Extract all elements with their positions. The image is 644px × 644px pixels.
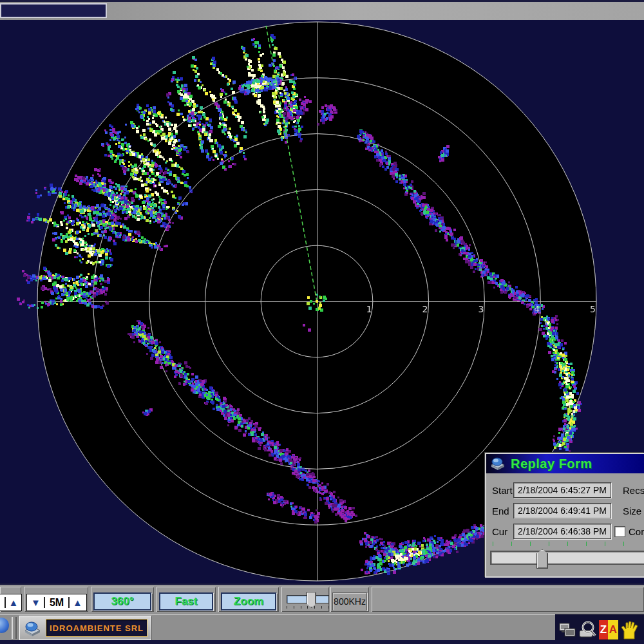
zoom-button[interactable]: Zoom xyxy=(221,592,276,611)
start-row: Start xyxy=(492,482,513,498)
bottom-strip xyxy=(0,640,644,644)
brand-name-box: IDROAMBIENTE SRL xyxy=(46,619,147,637)
sonar-display-area: Replay Form Start 2/18/2004 6:45:27 PM R… xyxy=(0,20,644,583)
frequency-value: 800KHz xyxy=(332,592,367,611)
zonealarm-a: A xyxy=(608,620,618,639)
left-spinner-partial[interactable]: ▲ xyxy=(0,594,22,611)
start-label: Start xyxy=(492,485,513,496)
title-box[interactable] xyxy=(0,3,107,18)
start-time-field[interactable]: 2/18/2004 6:45:27 PM xyxy=(513,482,611,498)
recs-label: Recs xyxy=(623,485,644,496)
end-row: End xyxy=(492,503,509,518)
replay-form-title: Replay Form xyxy=(511,457,592,471)
range-spinner: ▼ 5M ▲ xyxy=(26,594,87,611)
toolbar-panel-360: 360° xyxy=(91,587,154,612)
replay-slider-ticks xyxy=(493,542,642,547)
sector-360-label: 360° xyxy=(111,595,133,608)
toolbar-panel-zoom: Zoom xyxy=(218,587,279,612)
status-bar: IDROAMBIENTE SRL Z A xyxy=(0,614,644,644)
brand-disk-icon xyxy=(23,619,42,637)
zonealarm-icon[interactable]: Z A xyxy=(599,620,618,639)
fast-button[interactable]: Fast xyxy=(159,592,213,611)
toolbar-panel-range: ▼ 5M ▲ xyxy=(24,587,88,612)
brand-panel[interactable]: IDROAMBIENTE SRL xyxy=(19,616,151,640)
cur-label: Cur xyxy=(492,526,507,537)
sonar-application-window: Replay Form Start 2/18/2004 6:45:27 PM R… xyxy=(0,0,644,644)
globe-icon[interactable] xyxy=(0,618,9,633)
divider xyxy=(5,597,6,608)
hand-icon[interactable] xyxy=(620,620,640,640)
title-bar xyxy=(0,0,644,20)
toolbar-panel-freq: 800KHz xyxy=(330,587,369,612)
sector-360-button[interactable]: 360° xyxy=(93,592,151,611)
cor-checkbox-label: Cor xyxy=(629,526,644,537)
up-arrow-icon[interactable]: ▲ xyxy=(9,598,19,607)
cur-time-field[interactable]: 2/18/2004 6:46:38 PM xyxy=(513,524,611,539)
end-label: End xyxy=(492,506,509,516)
toolbar-panel-left: ▲ xyxy=(0,587,21,612)
replay-form-titlebar[interactable]: Replay Form xyxy=(486,454,644,473)
gain-slider-ticks xyxy=(287,606,329,609)
size-label: Size xyxy=(623,506,641,516)
end-time-field[interactable]: 2/18/2004 6:49:41 PM xyxy=(513,503,611,518)
toolbar-panel-fast: Fast xyxy=(156,587,216,612)
cur-row: Cur xyxy=(492,524,507,539)
bottom-toolbar: ▲ ▼ 5M ▲ 360° Fast Zoom xyxy=(0,583,644,614)
replay-form-dialog: Replay Form Start 2/18/2004 6:45:27 PM R… xyxy=(485,453,644,578)
divider xyxy=(68,597,70,608)
up-arrow-icon[interactable]: ▲ xyxy=(73,598,82,607)
network-icon[interactable] xyxy=(558,620,577,639)
down-arrow-icon[interactable]: ▼ xyxy=(31,598,41,607)
replay-form-icon xyxy=(489,456,506,471)
zonealarm-z: Z xyxy=(599,620,608,639)
magnifier-icon[interactable] xyxy=(578,620,598,639)
replay-slider-thumb[interactable] xyxy=(536,549,548,569)
zoom-label: Zoom xyxy=(234,595,263,608)
gain-slider[interactable] xyxy=(287,595,329,603)
toolbar-panel-gain xyxy=(281,587,329,612)
replay-position-slider[interactable] xyxy=(490,551,644,565)
toolbar-panel-filler xyxy=(372,587,644,612)
brand-name: IDROAMBIENTE SRL xyxy=(50,623,144,633)
cor-checkbox[interactable] xyxy=(614,526,625,537)
divider xyxy=(44,597,45,608)
taskbar-grip[interactable] xyxy=(12,617,17,639)
fast-label: Fast xyxy=(175,595,198,608)
range-value: 5M xyxy=(48,597,65,609)
